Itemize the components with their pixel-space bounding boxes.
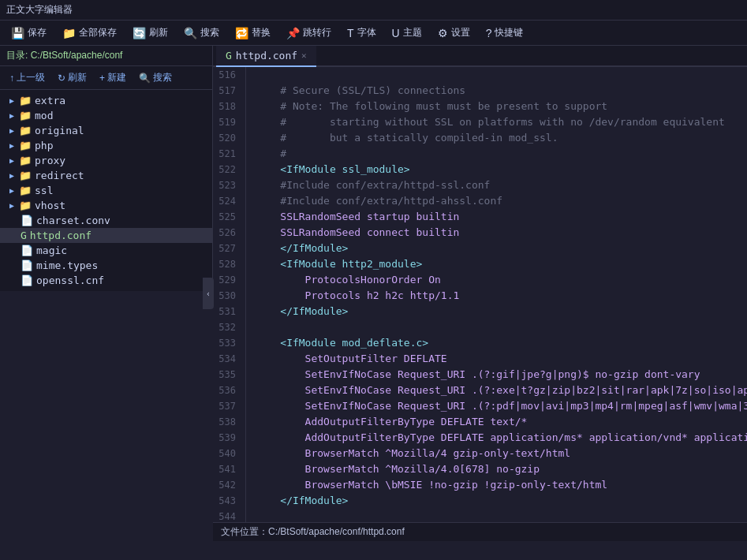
toolbar-btn-save-all[interactable]: 📁全部保存 — [56, 24, 123, 42]
line-content: # — [246, 146, 747, 162]
tree-item-httpd-conf[interactable]: G httpd.conf — [0, 228, 212, 243]
line-content — [246, 509, 747, 522]
toolbar-btn-goto[interactable]: 📌跳转行 — [280, 24, 338, 42]
file-icon: 📄 — [21, 245, 33, 256]
sidebar-container: 目录: C:/BtSoft/apache/conf ↑上一级↻刷新+新建🔍搜索 … — [0, 46, 213, 541]
folder-icon: 📁 — [19, 185, 32, 196]
tree-item-ssl[interactable]: ▶ 📁 ssl — [0, 183, 212, 198]
tree-item-label: php — [35, 140, 53, 151]
sidebar-tree[interactable]: ▶ 📁 extra ▶ 📁 mod ▶ 📁 original ▶ 📁 php ▶… — [0, 90, 212, 291]
tree-item-label: vhost — [35, 200, 65, 211]
code-line-530: 530 Protocols h2 h2c http/1.1 — [213, 288, 747, 304]
toolbar-btn-search[interactable]: 🔍搜索 — [177, 24, 226, 42]
search-icon: 🔍 — [139, 73, 151, 84]
line-number: 536 — [213, 383, 246, 398]
editor-content[interactable]: 516 517 # Secure (SSL/TLS) connections 5… — [213, 67, 747, 522]
line-number: 538 — [213, 414, 246, 430]
code-line-521: 521 # — [213, 146, 747, 162]
code-line-527: 527 </IfModule> — [213, 241, 747, 256]
tree-item-label: charset.conv — [36, 215, 110, 226]
toolbar-btn-settings[interactable]: ⚙设置 — [431, 24, 476, 42]
file-g-icon: G — [21, 230, 27, 241]
line-number: 540 — [213, 446, 246, 461]
line-number: 521 — [213, 146, 246, 162]
line-number: 524 — [213, 193, 246, 209]
code-line-529: 529 ProtocolsHonorOrder On — [213, 272, 747, 288]
tree-item-original[interactable]: ▶ 📁 original — [0, 123, 212, 138]
line-content: <IfModule ssl_module> — [246, 162, 747, 177]
code-line-526: 526 SSLRandomSeed connect builtin — [213, 225, 747, 241]
line-number: 543 — [213, 493, 246, 509]
tree-item-label: proxy — [35, 155, 65, 166]
line-content: BrowserMatch ^Mozilla/4.0[678] no-gzip — [246, 461, 747, 477]
line-number: 520 — [213, 130, 246, 146]
toolbar: 💾保存📁全部保存🔄刷新🔍搜索🔁替换📌跳转行T字体U主题⚙设置?快捷键 — [0, 21, 747, 46]
refresh-icon: 🔄 — [133, 27, 146, 39]
replace-icon: 🔁 — [235, 27, 248, 39]
code-line-541: 541 BrowserMatch ^Mozilla/4.0[678] no-gz… — [213, 461, 747, 477]
line-content: # Note: The following must must be prese… — [246, 99, 747, 114]
chevron-icon: ▶ — [9, 186, 14, 195]
line-content: </IfModule> — [246, 493, 747, 509]
tab-httpd-conf[interactable]: G httpd.conf ✕ — [216, 46, 316, 67]
line-content: AddOutputFilterByType DEFLATE applicatio… — [246, 430, 747, 446]
settings-icon: ⚙ — [438, 27, 448, 39]
toolbar-btn-theme[interactable]: U主题 — [386, 24, 428, 42]
line-number: 539 — [213, 430, 246, 446]
line-content: ProtocolsHonorOrder On — [246, 272, 747, 288]
code-line-544: 544 — [213, 509, 747, 522]
code-line-534: 534 SetOutputFilter DEFLATE — [213, 351, 747, 367]
toolbar-btn-save[interactable]: 💾保存 — [5, 24, 53, 42]
line-number: 534 — [213, 351, 246, 367]
save-all-icon: 📁 — [62, 27, 76, 39]
toolbar-btn-font[interactable]: T字体 — [341, 24, 383, 42]
line-content — [246, 67, 747, 83]
tab-close-button[interactable]: ✕ — [301, 50, 307, 61]
chevron-icon: ▶ — [9, 171, 14, 180]
code-line-528: 528 <IfModule http2_module> — [213, 256, 747, 272]
tab-label: httpd.conf — [236, 50, 297, 62]
tree-item-mime-types[interactable]: 📄 mime.types — [0, 258, 212, 273]
tree-item-magic[interactable]: 📄 magic — [0, 243, 212, 258]
code-line-519: 519 # starting without SSL on platforms … — [213, 114, 747, 130]
tree-item-proxy[interactable]: ▶ 📁 proxy — [0, 153, 212, 168]
line-content: SetOutputFilter DEFLATE — [246, 351, 747, 367]
title-bar: 正文大字编辑器 — [0, 0, 747, 21]
tree-item-redirect[interactable]: ▶ 📁 redirect — [0, 168, 212, 183]
line-content: Protocols h2 h2c http/1.1 — [246, 288, 747, 304]
tree-item-extra[interactable]: ▶ 📁 extra — [0, 93, 212, 108]
line-content — [246, 319, 747, 335]
sidebar-action-refresh[interactable]: ↻刷新 — [53, 69, 92, 86]
tree-item-charset-conv[interactable]: 📄 charset.conv — [0, 213, 212, 228]
folder-icon: 📁 — [19, 200, 32, 211]
editor-area: G httpd.conf ✕ 516 517 # Secure (SSL/TLS… — [213, 46, 747, 541]
sidebar-collapse-handle[interactable]: ‹ — [203, 278, 214, 309]
code-line-532: 532 — [213, 319, 747, 335]
chevron-icon: ▶ — [9, 141, 14, 150]
tree-item-label: extra — [35, 95, 65, 106]
status-bar: 文件位置：C:/BtSoft/apache/conf/httpd.conf — [213, 522, 747, 541]
code-line-539: 539 AddOutputFilterByType DEFLATE applic… — [213, 430, 747, 446]
line-content: BrowserMatch ^Mozilla/4 gzip-only-text/h… — [246, 446, 747, 461]
chevron-icon: ▶ — [9, 201, 14, 210]
tree-item-openssl-cnf[interactable]: 📄 openssl.cnf — [0, 273, 212, 288]
code-line-518: 518 # Note: The following must must be p… — [213, 99, 747, 114]
sidebar-action-up[interactable]: ↑上一级 — [5, 69, 50, 86]
line-content: AddOutputFilterByType DEFLATE text/* — [246, 414, 747, 430]
toolbar-btn-refresh[interactable]: 🔄刷新 — [126, 24, 174, 42]
tree-item-php[interactable]: ▶ 📁 php — [0, 138, 212, 153]
tree-item-mod[interactable]: ▶ 📁 mod — [0, 108, 212, 123]
save-icon: 💾 — [11, 27, 24, 39]
main-layout: 目录: C:/BtSoft/apache/conf ↑上一级↻刷新+新建🔍搜索 … — [0, 46, 747, 541]
tree-item-label: httpd.conf — [30, 230, 92, 241]
line-number: 525 — [213, 209, 246, 225]
code-line-523: 523 #Include conf/extra/httpd-ssl.conf — [213, 177, 747, 193]
code-line-537: 537 SetEnvIfNoCase Request_URI .(?:pdf|m… — [213, 398, 747, 414]
tab-bar: G httpd.conf ✕ — [213, 46, 747, 67]
toolbar-btn-shortcut[interactable]: ?快捷键 — [480, 24, 530, 42]
toolbar-btn-replace[interactable]: 🔁替换 — [229, 24, 277, 42]
sidebar-action-search[interactable]: 🔍搜索 — [134, 69, 177, 86]
sidebar-action-new[interactable]: +新建 — [95, 69, 131, 86]
tree-item-vhost[interactable]: ▶ 📁 vhost — [0, 198, 212, 213]
line-content: </IfModule> — [246, 304, 747, 319]
